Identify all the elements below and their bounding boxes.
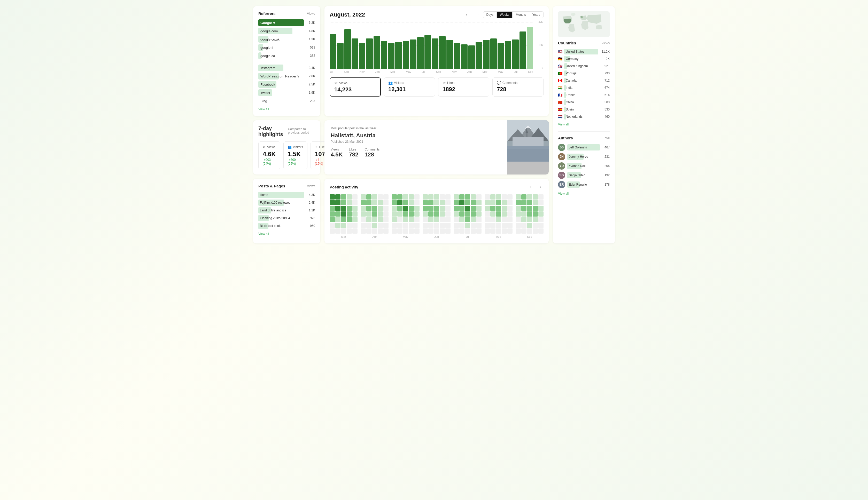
chart-bar[interactable] [432,38,438,69]
activity-prev-btn[interactable]: ← [527,184,535,190]
chart-bar[interactable] [337,43,343,69]
activity-dot [335,223,341,228]
activity-dot [378,217,383,222]
activity-dot [423,206,428,211]
chart-bar[interactable] [505,41,511,69]
referrer-item[interactable]: google.co.uk1.3K [258,36,315,43]
social-referrer-item[interactable]: Twitter1.9K [258,89,315,96]
month-label: Aug [485,235,513,238]
author-item[interactable]: EREder Rengifo178 [558,181,610,188]
countries-view-all[interactable]: View all [558,123,569,126]
referrers-view-all[interactable]: View all [258,107,269,111]
activity-dot [476,194,481,200]
country-item[interactable]: 🇪🇸Spain530 [558,106,610,112]
social-referrer-item[interactable]: WordPress.com Reader ∨2.8K [258,73,315,80]
chart-bar[interactable] [439,36,446,69]
period-weeks[interactable]: Weeks [497,12,513,18]
chart-bar[interactable] [483,40,489,69]
activity-dot [352,200,357,205]
author-name: Jeff Golenski [567,146,587,149]
country-item[interactable]: 🇬🇧United Kingdom921 [558,63,610,69]
post-item[interactable]: Cleaning Zuiko 50/1.4975 [258,215,315,221]
post-item[interactable]: Home4.3K [258,192,315,198]
activity-next-btn[interactable]: → [536,184,544,190]
referrer-item[interactable]: google.com4.8K [258,27,315,34]
referrer-item[interactable]: google.ca382 [258,53,315,59]
chart-bar[interactable] [352,38,358,69]
country-item[interactable]: 🇨🇦Canada712 [558,78,610,83]
activity-dot [465,212,470,217]
chart-bar[interactable] [446,40,453,69]
referrer-item[interactable]: google.fr513 [258,44,315,51]
chart-bar[interactable] [424,35,431,69]
country-item[interactable]: 🇮🇳India674 [558,85,610,91]
author-item[interactable]: JHJeremy Herve231 [558,153,610,160]
social-referrer-item[interactable]: Instagram3.4K [258,65,315,71]
chart-bar[interactable] [417,37,424,69]
chart-bar[interactable] [498,43,504,69]
activity-dot [434,206,439,211]
chart-bar[interactable] [374,36,380,69]
social-referrer-item[interactable]: Bing233 [258,98,315,104]
popular-post-card: Most popular post in the last year Halls… [324,120,549,174]
chart-prev-btn[interactable]: ← [464,12,471,18]
chart-bar[interactable] [490,38,497,69]
stat-comments-label: 💬 Comments [497,81,539,85]
stat-visitors[interactable]: 👥 Visitors 12,301 [384,78,435,96]
activity-dot [341,217,346,222]
chart-bar[interactable] [527,27,533,69]
country-item[interactable]: 🇺🇸United States11.2K [558,49,610,55]
activity-dot [465,194,470,200]
country-item[interactable]: 🇨🇳China580 [558,99,610,105]
country-item[interactable]: 🇩🇪Germany2K [558,56,610,62]
activity-dot [496,194,501,200]
chart-bar[interactable] [454,43,460,69]
activity-dot [521,194,526,200]
authors-view-all[interactable]: View all [558,192,569,195]
country-value: 614 [600,93,610,97]
author-item[interactable]: YDYvonne Doll204 [558,162,610,170]
country-item[interactable]: 🇵🇹Portugal790 [558,70,610,76]
chart-bar[interactable] [388,43,394,69]
chart-bar[interactable] [344,29,351,69]
activity-dot [414,206,420,211]
highlights-subtitle: Compared to previous period [288,127,315,135]
period-months[interactable]: Months [513,12,529,18]
popular-title[interactable]: Hallstatt, Austria [331,132,501,139]
referrer-item[interactable]: Google ∨6.2K [258,19,315,26]
stat-views[interactable]: 👁 Views 14,223 [330,78,381,96]
chart-next-btn[interactable]: → [473,12,481,18]
country-item[interactable]: 🇳🇱Netherlands460 [558,114,610,120]
chart-bar[interactable] [461,44,468,69]
posts-view-all[interactable]: View all [258,232,269,236]
stat-comments[interactable]: 💬 Comments 728 [492,78,544,96]
chart-bars [330,22,533,69]
country-item[interactable]: 🇫🇷France614 [558,92,610,98]
author-item[interactable]: JGJeff Golenski467 [558,144,610,151]
chart-bar[interactable] [366,38,372,69]
post-item[interactable]: Blurb test book960 [258,223,315,229]
chart-bar[interactable] [330,34,336,69]
chart-bar[interactable] [410,39,416,69]
chart-bar[interactable] [512,39,519,69]
activity-dot [378,223,383,228]
chart-bar[interactable] [395,42,402,69]
activity-dot [414,200,420,205]
post-item[interactable]: Land of fire and ice1.1K [258,207,315,214]
chart-bar[interactable] [403,41,409,69]
author-item[interactable]: SGSanja Grbic192 [558,172,610,179]
chart-bar[interactable] [381,41,387,69]
period-days[interactable]: Days [483,12,497,18]
chart-bar[interactable] [468,45,475,69]
chart-bar[interactable] [359,43,365,69]
activity-dot [476,206,481,211]
period-years[interactable]: Years [529,12,543,18]
chart-bar[interactable] [520,32,526,69]
stat-likes[interactable]: ☆ Likes 1892 [438,78,489,96]
chart-bar[interactable] [476,42,482,69]
post-item[interactable]: Fujifilm x100 reviewed2.4K [258,200,315,206]
social-referrer-item[interactable]: Facebook2.5K [258,81,315,88]
dot-grid [360,194,389,234]
activity-dot [521,212,526,217]
country-bar-wrap: Canada [564,78,598,83]
